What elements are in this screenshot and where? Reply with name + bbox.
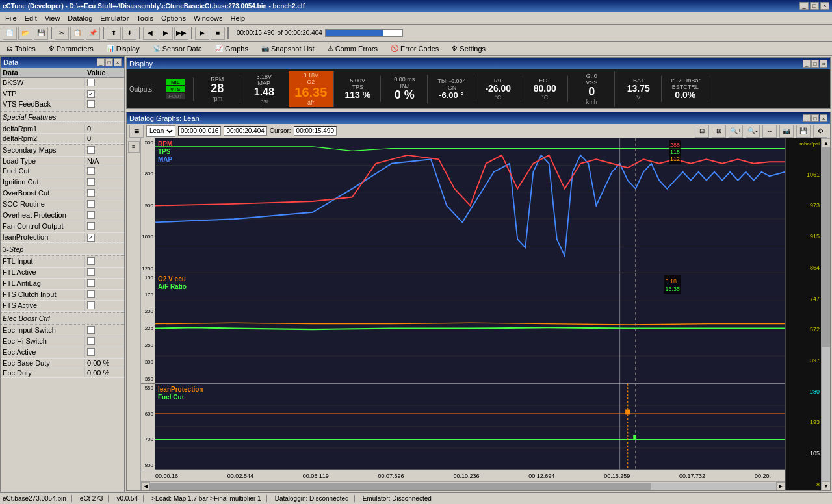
nav-error-codes[interactable]: 🚫 Error Codes <box>387 44 443 54</box>
nav-graphs[interactable]: 📈 Graphs <box>211 44 252 54</box>
download-button[interactable]: ⬇ <box>122 27 136 40</box>
prev-button[interactable]: ◀ <box>143 27 157 40</box>
restore-button[interactable]: □ <box>810 2 819 10</box>
progress-bar[interactable] <box>325 29 403 37</box>
align-center-button[interactable]: ⊞ <box>712 125 726 138</box>
graphs-content-area: ≡ 500 800 900 1000 1250 <box>127 138 830 490</box>
lean-protection-checkbox[interactable] <box>87 234 95 242</box>
scc-routine-checkbox[interactable] <box>87 200 95 208</box>
menu-tools[interactable]: Tools <box>133 13 157 23</box>
display-minimize[interactable]: _ <box>803 60 811 68</box>
settings-btn2[interactable]: ⚙ <box>813 125 827 138</box>
save-button[interactable]: 💾 <box>34 27 48 40</box>
tps-gauge: 5.00V TPS 113 % <box>335 76 381 101</box>
ignition-cut-checkbox[interactable] <box>87 178 95 186</box>
ftl-input-checkbox[interactable] <box>87 257 95 265</box>
data-panel-restore[interactable]: □ <box>105 58 113 66</box>
menu-options[interactable]: Options <box>157 13 190 23</box>
graphs-restore[interactable]: □ <box>811 114 819 122</box>
nav-comm-errors[interactable]: ⚠ Comm Errors <box>324 44 382 54</box>
snapshot-button[interactable]: 📷 <box>779 125 794 138</box>
data-panel-minimize[interactable]: _ <box>97 58 105 66</box>
nav-settings[interactable]: ⚙ Settings <box>448 44 489 54</box>
new-button[interactable]: 📄 <box>3 27 17 40</box>
ftl-active-checkbox[interactable] <box>87 268 95 276</box>
nav-sensor-data[interactable]: 📡 Sensor Data <box>149 44 206 54</box>
overboost-cut-checkbox[interactable] <box>87 189 95 197</box>
horizontal-scrollbar[interactable]: ◀ ▶ <box>141 481 785 490</box>
overheat-protection-checkbox[interactable] <box>87 211 95 219</box>
menu-windows[interactable]: Windows <box>190 13 227 23</box>
open-button[interactable]: 📂 <box>18 27 32 40</box>
menu-edit[interactable]: Edit <box>21 13 41 23</box>
menu-help[interactable]: Help <box>227 13 250 23</box>
sidebar-toggle-button[interactable]: ≡ <box>128 141 140 153</box>
minimize-button[interactable]: _ <box>800 2 809 10</box>
zoom-out-button[interactable]: 🔍- <box>746 125 760 138</box>
scroll-up-button[interactable]: ▲ <box>822 138 830 147</box>
table-row: VTP <box>1 89 124 99</box>
close-button[interactable]: × <box>820 2 829 10</box>
data-panel-close[interactable]: × <box>114 58 122 66</box>
table-row: Load Type N/A <box>1 157 124 166</box>
scroll-left-button[interactable]: ◀ <box>141 482 150 491</box>
zoom-in-button[interactable]: 🔍+ <box>729 125 743 138</box>
vts-feedback-checkbox[interactable] <box>87 100 95 108</box>
secondary-maps-checkbox[interactable] <box>87 146 95 154</box>
display-close[interactable]: × <box>820 60 827 68</box>
progress-bar-fill <box>326 30 384 36</box>
scroll-down-button[interactable]: ▼ <box>822 481 830 490</box>
graphs-minimize[interactable]: _ <box>803 114 811 122</box>
zoom-fit-button[interactable]: ↔ <box>762 125 777 138</box>
stop-button[interactable]: ■ <box>211 27 225 40</box>
scroll-right-button[interactable]: ▶ <box>776 482 785 491</box>
ebc-hi-checkbox[interactable] <box>87 337 95 345</box>
ftl-antilag-checkbox[interactable] <box>87 279 95 287</box>
menu-emulator[interactable]: Emulator <box>96 13 133 23</box>
vscrollbar-thumb[interactable] <box>822 147 830 347</box>
nav-parameters[interactable]: ⚙ Parameters <box>45 44 98 54</box>
scrollbar-track[interactable] <box>150 483 776 490</box>
ebc-input-checkbox[interactable] <box>87 326 95 334</box>
nav-tables[interactable]: 🗂 Tables <box>3 44 40 54</box>
menu-file[interactable]: File <box>1 13 21 23</box>
scrollbar-thumb[interactable] <box>150 483 651 490</box>
nav-snapshot-list[interactable]: 📷 Snapshot List <box>257 44 318 54</box>
status-message: >Load: Map 1.7 bar >Final multiplier 1 <box>151 495 266 502</box>
toolbar-separator-5 <box>228 27 229 39</box>
display-icon: 📊 <box>107 45 114 52</box>
upload-button[interactable]: ⬆ <box>107 27 121 40</box>
next-button[interactable]: ▶ <box>159 27 173 40</box>
play-button[interactable]: ▶ <box>195 27 209 40</box>
cursor-label: Cursor: <box>270 127 291 134</box>
ebc-active-checkbox[interactable] <box>87 348 95 356</box>
fast-forward-button[interactable]: ▶▶ <box>174 27 188 40</box>
copy-button[interactable]: 📋 <box>70 27 84 40</box>
separator <box>1 255 124 256</box>
nav-display[interactable]: 📊 Display <box>103 44 144 54</box>
display-restore[interactable]: □ <box>811 60 819 68</box>
graph-bg-1[interactable]: RPM TPS MAP 288 118 112 <box>155 138 785 273</box>
graph-svg-2 <box>155 273 785 383</box>
vertical-scrollbar[interactable]: ▲ ▼ <box>821 138 830 490</box>
export-button[interactable]: 💾 <box>796 125 811 138</box>
fts-active-checkbox[interactable] <box>87 301 95 309</box>
progress-area: 00:00:15.490 of 00:00:20.404 <box>237 29 403 37</box>
graph-bg-2[interactable]: O2 V ecu A/F Ratio 3.18 16.35 <box>155 273 785 383</box>
cut-button[interactable]: ✂ <box>55 27 69 40</box>
graphs-close[interactable]: × <box>820 114 827 122</box>
fan-control-checkbox[interactable] <box>87 222 95 230</box>
graphs-menu-button[interactable]: ≡ <box>129 125 144 138</box>
menu-view[interactable]: View <box>41 13 64 23</box>
graph-bg-3[interactable]: leanProtection Fuel Cut <box>155 384 785 470</box>
bksw-checkbox[interactable] <box>87 79 95 86</box>
preset-select[interactable]: Lean <box>146 125 176 137</box>
fuel-cut-checkbox[interactable] <box>87 167 95 175</box>
align-left-button[interactable]: ⊟ <box>695 125 709 138</box>
menu-datalog[interactable]: Datalog <box>64 13 96 23</box>
vscrollbar-track[interactable] <box>822 147 830 481</box>
paste-button[interactable]: 📌 <box>86 27 100 40</box>
vtp-checkbox[interactable] <box>87 90 95 98</box>
fts-clutch-checkbox[interactable] <box>87 290 95 298</box>
table-row: Ignition Cut <box>1 177 124 188</box>
